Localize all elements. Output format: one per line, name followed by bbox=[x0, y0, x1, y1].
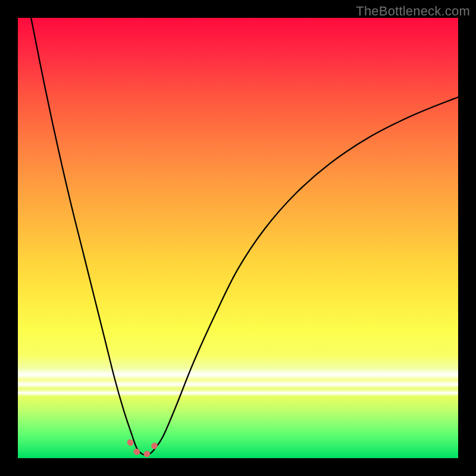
watermark-text: TheBottleneck.com bbox=[356, 4, 470, 19]
bottleneck-curve bbox=[31, 18, 458, 455]
chart-frame: TheBottleneck.com bbox=[0, 0, 476, 476]
curve-layer bbox=[18, 18, 458, 458]
plot-area bbox=[18, 18, 458, 458]
optimal-range-markers bbox=[130, 442, 156, 455]
